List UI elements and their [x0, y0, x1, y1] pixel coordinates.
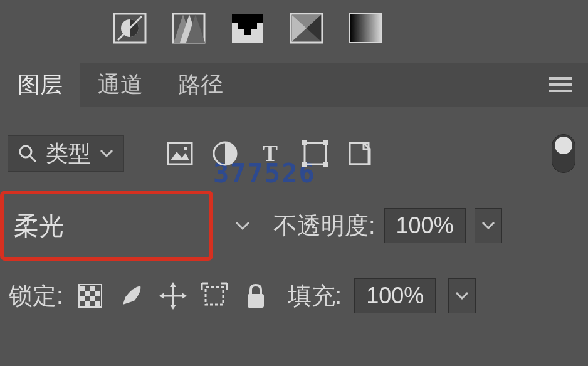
layer-type-filter[interactable]: 类型	[8, 135, 124, 172]
tab-channels-label: 通道	[98, 70, 143, 100]
adjustment-threshold-icon[interactable]	[231, 13, 265, 44]
svg-marker-45	[182, 293, 187, 299]
svg-rect-37	[90, 296, 95, 301]
lock-artboard-icon[interactable]	[200, 281, 229, 310]
opacity-value-input[interactable]: 100%	[384, 208, 466, 243]
svg-text:T: T	[263, 141, 278, 166]
adjustment-invert-icon[interactable]	[113, 13, 147, 44]
fill-label: 填充:	[288, 280, 342, 312]
filter-smart-objects-icon[interactable]	[345, 138, 376, 169]
svg-marker-44	[159, 293, 164, 299]
filter-shape-layers-icon[interactable]	[300, 138, 331, 169]
search-icon	[18, 144, 37, 163]
svg-rect-38	[85, 301, 90, 306]
svg-rect-25	[305, 143, 326, 164]
svg-rect-32	[80, 286, 85, 291]
fill-value-input[interactable]: 100%	[354, 278, 436, 313]
svg-rect-39	[95, 301, 100, 306]
blend-mode-chevron[interactable]	[234, 221, 251, 231]
adjustment-selective-color-icon[interactable]	[349, 13, 382, 44]
svg-rect-33	[90, 286, 95, 291]
lock-transparency-icon[interactable]	[76, 281, 105, 310]
fill-value: 100%	[366, 283, 424, 309]
type-filter-label: 类型	[46, 139, 91, 169]
tab-paths-label: 路径	[178, 70, 223, 100]
svg-marker-21	[171, 152, 189, 160]
lock-all-icon[interactable]	[241, 281, 270, 310]
toggle-ball	[555, 137, 572, 154]
filter-type-layers-icon[interactable]: T	[255, 138, 286, 169]
svg-rect-29	[323, 162, 328, 167]
tab-layers[interactable]: 图层	[0, 63, 80, 107]
svg-line-19	[30, 156, 36, 162]
tab-paths[interactable]: 路径	[160, 63, 241, 107]
blend-mode-value: 柔光	[14, 209, 64, 243]
lock-label: 锁定:	[9, 280, 63, 312]
panel-menu-icon[interactable]	[533, 63, 588, 107]
opacity-value: 100%	[396, 212, 454, 239]
filter-toggle[interactable]	[552, 134, 575, 173]
svg-rect-36	[80, 296, 85, 301]
opacity-label: 不透明度:	[273, 210, 375, 242]
tab-layers-label: 图层	[18, 70, 63, 100]
svg-point-22	[184, 147, 187, 150]
adjustment-gradient-map-icon[interactable]	[290, 13, 323, 44]
filter-adjustment-layers-icon[interactable]	[209, 138, 241, 169]
blend-mode-dropdown[interactable]: 柔光	[9, 198, 204, 253]
chevron-down-icon	[100, 149, 113, 158]
fill-chevron[interactable]	[448, 278, 476, 313]
svg-rect-34	[85, 291, 90, 296]
filter-pixel-layers-icon[interactable]	[164, 138, 196, 169]
svg-rect-26	[302, 140, 307, 145]
lock-position-icon[interactable]	[159, 281, 187, 310]
svg-rect-20	[168, 143, 192, 164]
lock-pixels-icon[interactable]	[117, 281, 146, 310]
svg-rect-14	[350, 14, 381, 43]
svg-rect-51	[248, 294, 264, 308]
svg-rect-28	[302, 162, 307, 167]
svg-point-18	[20, 146, 31, 157]
svg-marker-42	[170, 282, 176, 287]
svg-rect-35	[95, 291, 100, 296]
svg-rect-46	[206, 287, 223, 305]
adjustment-posterize-icon[interactable]	[172, 13, 206, 44]
tab-channels[interactable]: 通道	[80, 63, 160, 107]
svg-marker-43	[170, 305, 176, 310]
svg-rect-27	[323, 140, 328, 145]
opacity-chevron[interactable]	[475, 208, 502, 243]
blend-mode-highlight: 柔光	[0, 191, 213, 261]
